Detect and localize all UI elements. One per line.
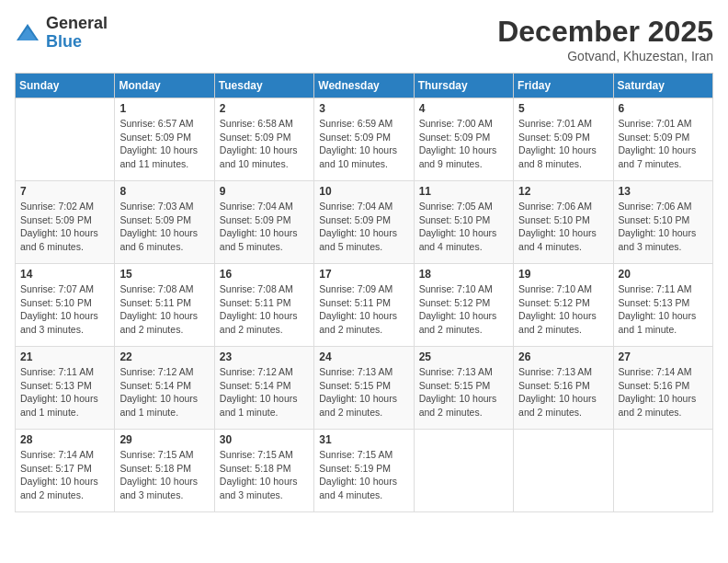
day-info: Sunrise: 7:06 AM Sunset: 5:10 PM Dayligh… xyxy=(619,200,708,254)
calendar-cell: 27Sunrise: 7:14 AM Sunset: 5:16 PM Dayli… xyxy=(613,347,712,430)
day-info: Sunrise: 7:15 AM Sunset: 5:18 PM Dayligh… xyxy=(119,448,209,502)
calendar-cell xyxy=(414,430,513,512)
weekday-header-friday: Friday xyxy=(514,74,613,98)
calendar-cell: 12Sunrise: 7:06 AM Sunset: 5:10 PM Dayli… xyxy=(514,181,613,264)
calendar-week-row: 7Sunrise: 7:02 AM Sunset: 5:09 PM Daylig… xyxy=(16,181,713,264)
calendar-cell: 5Sunrise: 7:01 AM Sunset: 5:09 PM Daylig… xyxy=(514,98,613,181)
calendar-cell: 16Sunrise: 7:08 AM Sunset: 5:11 PM Dayli… xyxy=(214,264,313,347)
calendar-week-row: 1Sunrise: 6:57 AM Sunset: 5:09 PM Daylig… xyxy=(16,98,713,181)
day-info: Sunrise: 7:04 AM Sunset: 5:09 PM Dayligh… xyxy=(319,200,408,254)
calendar-cell: 26Sunrise: 7:13 AM Sunset: 5:16 PM Dayli… xyxy=(514,347,613,430)
calendar-cell: 31Sunrise: 7:15 AM Sunset: 5:19 PM Dayli… xyxy=(314,430,414,512)
day-number: 21 xyxy=(20,350,109,363)
calendar-cell: 23Sunrise: 7:12 AM Sunset: 5:14 PM Dayli… xyxy=(214,347,313,430)
weekday-header-thursday: Thursday xyxy=(414,74,513,98)
day-info: Sunrise: 7:10 AM Sunset: 5:12 PM Dayligh… xyxy=(419,282,508,337)
day-info: Sunrise: 7:05 AM Sunset: 5:10 PM Dayligh… xyxy=(419,200,508,254)
calendar-cell: 30Sunrise: 7:15 AM Sunset: 5:18 PM Dayli… xyxy=(214,430,313,512)
weekday-header-row: SundayMondayTuesdayWednesdayThursdayFrid… xyxy=(16,74,713,98)
weekday-header-saturday: Saturday xyxy=(613,74,712,98)
day-info: Sunrise: 7:15 AM Sunset: 5:19 PM Dayligh… xyxy=(319,448,408,502)
calendar-cell: 4Sunrise: 7:00 AM Sunset: 5:09 PM Daylig… xyxy=(414,98,513,181)
calendar-cell: 18Sunrise: 7:10 AM Sunset: 5:12 PM Dayli… xyxy=(414,264,513,347)
day-number: 23 xyxy=(220,350,309,363)
day-number: 25 xyxy=(419,350,508,363)
day-info: Sunrise: 7:03 AM Sunset: 5:09 PM Dayligh… xyxy=(119,200,209,254)
calendar-cell: 6Sunrise: 7:01 AM Sunset: 5:09 PM Daylig… xyxy=(613,98,712,181)
day-info: Sunrise: 6:58 AM Sunset: 5:09 PM Dayligh… xyxy=(220,117,309,171)
day-number: 24 xyxy=(319,350,408,363)
calendar-cell: 25Sunrise: 7:13 AM Sunset: 5:15 PM Dayli… xyxy=(414,347,513,430)
day-info: Sunrise: 7:08 AM Sunset: 5:11 PM Dayligh… xyxy=(220,282,309,337)
day-info: Sunrise: 7:11 AM Sunset: 5:13 PM Dayligh… xyxy=(20,365,109,419)
day-info: Sunrise: 7:13 AM Sunset: 5:15 PM Dayligh… xyxy=(319,365,408,419)
day-number: 31 xyxy=(319,433,408,446)
day-number: 22 xyxy=(119,350,209,363)
day-info: Sunrise: 7:01 AM Sunset: 5:09 PM Dayligh… xyxy=(619,117,708,171)
weekday-header-monday: Monday xyxy=(115,74,214,98)
day-number: 16 xyxy=(220,268,309,281)
day-number: 5 xyxy=(518,102,608,115)
location: Gotvand, Khuzestan, Iran xyxy=(497,49,713,63)
calendar-cell xyxy=(613,430,712,512)
day-info: Sunrise: 7:00 AM Sunset: 5:09 PM Dayligh… xyxy=(419,117,508,171)
calendar-cell: 3Sunrise: 6:59 AM Sunset: 5:09 PM Daylig… xyxy=(314,98,414,181)
day-number: 30 xyxy=(220,433,309,446)
calendar-week-row: 21Sunrise: 7:11 AM Sunset: 5:13 PM Dayli… xyxy=(16,347,713,430)
day-number: 29 xyxy=(119,433,209,446)
day-number: 9 xyxy=(220,185,309,198)
day-info: Sunrise: 7:14 AM Sunset: 5:16 PM Dayligh… xyxy=(619,365,708,419)
calendar-cell: 8Sunrise: 7:03 AM Sunset: 5:09 PM Daylig… xyxy=(115,181,214,264)
day-info: Sunrise: 7:12 AM Sunset: 5:14 PM Dayligh… xyxy=(119,365,209,419)
calendar-cell: 11Sunrise: 7:05 AM Sunset: 5:10 PM Dayli… xyxy=(414,181,513,264)
calendar-cell: 2Sunrise: 6:58 AM Sunset: 5:09 PM Daylig… xyxy=(214,98,313,181)
calendar-table: SundayMondayTuesdayWednesdayThursdayFrid… xyxy=(15,73,713,512)
calendar-cell: 20Sunrise: 7:11 AM Sunset: 5:13 PM Dayli… xyxy=(613,264,712,347)
calendar-week-row: 14Sunrise: 7:07 AM Sunset: 5:10 PM Dayli… xyxy=(16,264,713,347)
day-info: Sunrise: 6:59 AM Sunset: 5:09 PM Dayligh… xyxy=(319,117,408,171)
calendar-cell: 22Sunrise: 7:12 AM Sunset: 5:14 PM Dayli… xyxy=(115,347,214,430)
logo: General Blue xyxy=(15,15,108,52)
calendar-cell: 9Sunrise: 7:04 AM Sunset: 5:09 PM Daylig… xyxy=(214,181,313,264)
calendar-cell: 17Sunrise: 7:09 AM Sunset: 5:11 PM Dayli… xyxy=(314,264,414,347)
day-info: Sunrise: 7:09 AM Sunset: 5:11 PM Dayligh… xyxy=(319,282,408,337)
day-info: Sunrise: 7:12 AM Sunset: 5:14 PM Dayligh… xyxy=(220,365,309,419)
weekday-header-sunday: Sunday xyxy=(16,74,115,98)
calendar-cell: 14Sunrise: 7:07 AM Sunset: 5:10 PM Dayli… xyxy=(16,264,115,347)
day-info: Sunrise: 6:57 AM Sunset: 5:09 PM Dayligh… xyxy=(119,117,209,171)
day-number: 1 xyxy=(119,102,209,115)
day-number: 3 xyxy=(319,102,408,115)
day-info: Sunrise: 7:07 AM Sunset: 5:10 PM Dayligh… xyxy=(20,282,109,337)
day-number: 20 xyxy=(619,268,708,281)
calendar-cell xyxy=(514,430,613,512)
calendar-cell: 15Sunrise: 7:08 AM Sunset: 5:11 PM Dayli… xyxy=(115,264,214,347)
day-number: 11 xyxy=(419,185,508,198)
weekday-header-wednesday: Wednesday xyxy=(314,74,414,98)
day-info: Sunrise: 7:15 AM Sunset: 5:18 PM Dayligh… xyxy=(220,448,309,502)
day-info: Sunrise: 7:02 AM Sunset: 5:09 PM Dayligh… xyxy=(20,200,109,254)
calendar-cell: 29Sunrise: 7:15 AM Sunset: 5:18 PM Dayli… xyxy=(115,430,214,512)
month-title: December 2025 xyxy=(497,15,713,49)
day-info: Sunrise: 7:06 AM Sunset: 5:10 PM Dayligh… xyxy=(518,200,608,254)
day-info: Sunrise: 7:13 AM Sunset: 5:16 PM Dayligh… xyxy=(518,365,608,419)
day-number: 13 xyxy=(619,185,708,198)
day-info: Sunrise: 7:13 AM Sunset: 5:15 PM Dayligh… xyxy=(419,365,508,419)
calendar-week-row: 28Sunrise: 7:14 AM Sunset: 5:17 PM Dayli… xyxy=(16,430,713,512)
day-number: 14 xyxy=(20,268,109,281)
day-number: 6 xyxy=(619,102,708,115)
day-number: 17 xyxy=(319,268,408,281)
calendar-cell: 28Sunrise: 7:14 AM Sunset: 5:17 PM Dayli… xyxy=(16,430,115,512)
day-info: Sunrise: 7:11 AM Sunset: 5:13 PM Dayligh… xyxy=(619,282,708,337)
day-info: Sunrise: 7:04 AM Sunset: 5:09 PM Dayligh… xyxy=(220,200,309,254)
day-number: 26 xyxy=(518,350,608,363)
logo-text: General Blue xyxy=(46,15,108,52)
calendar-cell xyxy=(16,98,115,181)
day-number: 4 xyxy=(419,102,508,115)
day-number: 10 xyxy=(319,185,408,198)
calendar-cell: 21Sunrise: 7:11 AM Sunset: 5:13 PM Dayli… xyxy=(16,347,115,430)
day-info: Sunrise: 7:08 AM Sunset: 5:11 PM Dayligh… xyxy=(119,282,209,337)
calendar-cell: 13Sunrise: 7:06 AM Sunset: 5:10 PM Dayli… xyxy=(613,181,712,264)
calendar-cell: 1Sunrise: 6:57 AM Sunset: 5:09 PM Daylig… xyxy=(115,98,214,181)
day-info: Sunrise: 7:14 AM Sunset: 5:17 PM Dayligh… xyxy=(20,448,109,502)
day-number: 19 xyxy=(518,268,608,281)
